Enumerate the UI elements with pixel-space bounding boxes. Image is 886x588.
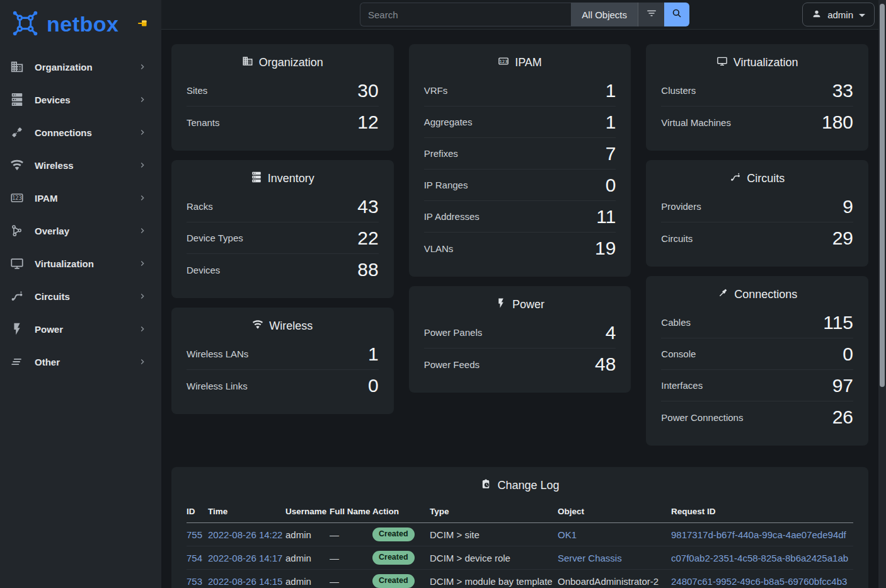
sidebar-item-overlay[interactable]: Overlay: [0, 214, 161, 247]
chevron-right-icon: [137, 95, 147, 105]
stat-row[interactable]: Power Connections 26: [661, 401, 853, 433]
filter-button[interactable]: [638, 3, 664, 26]
stat-row[interactable]: Tenants 12: [187, 107, 379, 138]
card-title-text: Power: [512, 298, 544, 311]
chevron-right-icon: [137, 160, 147, 170]
chevron-right-icon: [137, 127, 147, 137]
column-header-type: Type: [430, 502, 558, 523]
stat-label: Wireless Links: [187, 381, 248, 391]
sidebar-item-organization[interactable]: Organization: [0, 50, 161, 83]
stat-row[interactable]: Cables 115: [661, 307, 853, 338]
changelog-time-link[interactable]: 2022-08-26 14:22: [208, 529, 282, 540]
sidebar-item-connections[interactable]: Connections: [0, 116, 161, 149]
stat-label: Providers: [661, 201, 701, 212]
chevron-right-icon: [137, 62, 147, 72]
dashboard-column-3: Virtualization Clusters 33 Virtual Machi…: [646, 44, 868, 446]
changelog-username: admin: [285, 529, 311, 540]
card-title-text: Change Log: [497, 479, 559, 492]
sidebar-item-circuits[interactable]: Circuits: [0, 280, 161, 313]
stat-label: Cables: [661, 317, 691, 328]
stat-value: 97: [832, 376, 853, 395]
search-submit-button[interactable]: [664, 3, 689, 26]
search-input[interactable]: [360, 3, 571, 26]
sidebar-item-power[interactable]: Power: [0, 313, 161, 345]
stat-label: Power Connections: [661, 412, 743, 423]
changelog-type: DCIM > site: [430, 529, 480, 540]
card-title-text: Connections: [734, 288, 797, 301]
changelog-id-link[interactable]: 753: [187, 576, 202, 587]
stat-row[interactable]: Device Types 22: [187, 222, 379, 254]
user-icon: [812, 9, 822, 21]
stat-row[interactable]: Virtual Machines 180: [661, 107, 853, 138]
stat-value: 1: [368, 345, 379, 364]
changelog-object-link[interactable]: OK1: [558, 529, 577, 540]
changelog-row: 753 2022-08-26 14:15 admin — Created DCI…: [187, 570, 853, 588]
status-badge-created: Created: [372, 527, 415, 541]
card-title-text: Organization: [259, 56, 323, 69]
card-title: Virtualization: [661, 55, 853, 70]
card-title: Wireless: [187, 319, 379, 333]
changelog-type: DCIM > device role: [430, 553, 510, 563]
sidebar-item-wireless[interactable]: Wireless: [0, 149, 161, 182]
brand-logo[interactable]: netbox: [0, 0, 161, 49]
sidebar-item-label: Virtualization: [35, 258, 137, 269]
stat-row[interactable]: Wireless LANs 1: [187, 338, 379, 370]
changelog-time-link[interactable]: 2022-08-26 14:15: [208, 576, 282, 587]
changelog-requestid-link[interactable]: c07f0ab2-2351-4c58-825a-8b6a2425a1ab: [671, 553, 848, 563]
scrollbar-thumb[interactable]: [880, 4, 885, 387]
stat-value: 0: [606, 176, 616, 195]
changelog-id-link[interactable]: 754: [187, 553, 202, 563]
stat-row[interactable]: Devices 88: [187, 254, 379, 285]
stat-row[interactable]: VLANs 19: [424, 233, 616, 264]
stat-value: 29: [832, 229, 853, 248]
changelog-requestid-link[interactable]: 9817317d-b67f-440a-99ca-4ae07ede94df: [671, 529, 846, 540]
stat-row[interactable]: VRFs 1: [424, 75, 616, 107]
stat-row[interactable]: IP Addresses 11: [424, 201, 616, 233]
svg-text:123: 123: [500, 59, 508, 64]
stat-row[interactable]: Providers 9: [661, 191, 853, 222]
changelog-id-link[interactable]: 755: [187, 529, 202, 540]
pin-sidebar-icon[interactable]: [137, 19, 147, 30]
stat-row[interactable]: Sites 30: [187, 75, 379, 107]
stat-row[interactable]: Console 0: [661, 338, 853, 370]
cable-icon: [717, 287, 728, 302]
stat-row[interactable]: Aggregates 1: [424, 107, 616, 138]
stat-row[interactable]: Wireless Links 0: [187, 370, 379, 401]
sidebar-item-virtualization[interactable]: Virtualization: [0, 247, 161, 280]
stat-row[interactable]: Power Panels 4: [424, 317, 616, 349]
stat-row[interactable]: IP Ranges 0: [424, 170, 616, 201]
search-scope-label: All Objects: [582, 9, 627, 20]
stat-row[interactable]: Racks 43: [187, 191, 379, 222]
search-scope-button[interactable]: All Objects: [571, 3, 638, 26]
stat-row[interactable]: Interfaces 97: [661, 370, 853, 401]
card-title-text: Inventory: [268, 172, 314, 185]
stat-value: 1: [606, 81, 616, 100]
changelog-time-link[interactable]: 2022-08-26 14:17: [208, 553, 282, 563]
stat-row[interactable]: Power Feeds 48: [424, 349, 616, 380]
changelog-object-link[interactable]: Server Chassis: [558, 553, 622, 563]
sidebar-item-ipam[interactable]: 123 IPAM: [0, 182, 161, 214]
stat-label: Sites: [187, 85, 207, 96]
changelog-requestid-link[interactable]: 24807c61-9952-49c6-b8a5-69760bfcc4b3: [671, 576, 847, 587]
graph-icon: [10, 223, 25, 238]
column-header-time: Time: [208, 502, 285, 523]
stat-label: Power Panels: [424, 327, 483, 338]
sidebar-item-devices[interactable]: Devices: [0, 83, 161, 116]
stat-label: Virtual Machines: [661, 117, 731, 128]
account-menu-button[interactable]: admin: [802, 3, 875, 26]
transit-connection-icon: [10, 289, 25, 304]
stat-value: 33: [832, 81, 853, 100]
stat-label: Console: [661, 349, 696, 359]
organization-card: Organization Sites 30 Tenants 12: [171, 44, 394, 151]
ipam-card: 123 IPAM VRFs 1 Aggregates 1 Pr: [409, 44, 631, 277]
sidebar-item-label: Devices: [35, 95, 137, 105]
stat-value: 7: [606, 144, 616, 163]
page-scrollbar: [878, 0, 886, 588]
stat-row[interactable]: Clusters 33: [661, 75, 853, 107]
stat-row[interactable]: Prefixes 7: [424, 138, 616, 170]
stat-label: Racks: [187, 201, 213, 212]
wifi-icon: [252, 319, 263, 333]
sidebar-item-other[interactable]: Other: [0, 345, 161, 378]
stat-label: Aggregates: [424, 117, 473, 127]
stat-row[interactable]: Circuits 29: [661, 222, 853, 254]
